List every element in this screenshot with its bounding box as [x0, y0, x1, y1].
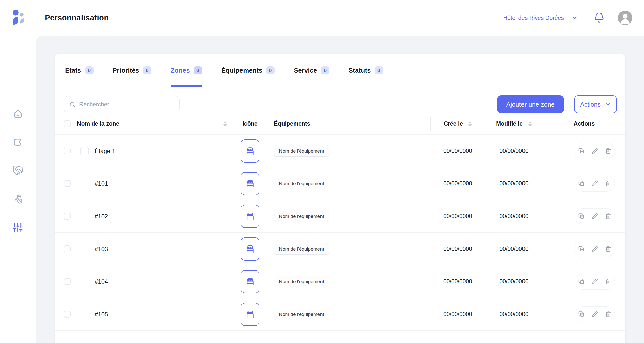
sliders-icon [13, 222, 23, 233]
edit-button[interactable] [588, 209, 601, 224]
tab-label: Statuts [348, 67, 371, 74]
duplicate-button[interactable] [575, 176, 588, 191]
hotel-selector[interactable]: Hôtel des Rives Dorées [503, 14, 578, 21]
column-actions: Actions [574, 120, 595, 127]
tab[interactable]: Statuts 0 [348, 54, 383, 87]
delete-button[interactable] [601, 143, 615, 159]
row-checkbox[interactable] [64, 148, 71, 154]
equipment-chip: Nom de l'équipement [274, 243, 329, 255]
bed-icon [244, 178, 256, 189]
sort-created-button[interactable] [468, 121, 472, 127]
tab[interactable]: Zones 0 [171, 54, 202, 87]
duplicate-button[interactable] [575, 274, 588, 289]
duplicate-button[interactable] [575, 143, 588, 159]
edit-button[interactable] [588, 241, 601, 257]
settings-tabs: Etats 0 Priorités 0 Zones 0 Équipements … [55, 54, 625, 87]
sidebar-item-home[interactable] [12, 109, 23, 119]
column-name: Nom de la zone [77, 120, 119, 127]
delete-button[interactable] [601, 176, 615, 191]
actions-dropdown-label: Actions [580, 101, 601, 108]
sidebar-item-maintenance[interactable] [12, 194, 23, 204]
trash-icon [605, 148, 612, 154]
duplicate-icon [578, 245, 585, 252]
duplicate-button[interactable] [575, 307, 588, 322]
collapse-row-button[interactable] [80, 147, 89, 155]
row-checkbox[interactable] [64, 180, 71, 187]
created-date: 00/00/0000 [443, 311, 472, 318]
duplicate-button[interactable] [575, 209, 588, 224]
row-checkbox[interactable] [64, 245, 71, 252]
tab-count-badge: 0 [143, 66, 151, 74]
delete-button[interactable] [601, 274, 615, 289]
tab-label: Zones [171, 67, 190, 74]
duplicate-button[interactable] [575, 241, 588, 257]
duplicate-icon [578, 148, 585, 154]
column-equipments: Équipements [274, 120, 310, 127]
tab[interactable]: Etats 0 [65, 54, 94, 87]
equipment-chip: Nom de l'équipement [274, 145, 329, 157]
user-avatar[interactable] [618, 11, 632, 25]
trash-icon [605, 278, 612, 285]
modified-date: 00/00/0000 [499, 213, 528, 220]
sidebar-item-personnalisation[interactable] [12, 222, 23, 233]
zone-icon-box [241, 205, 259, 228]
table-row: Étage 1 Nom de l [55, 135, 625, 167]
modified-date: 00/00/0000 [499, 180, 528, 187]
delete-button[interactable] [601, 241, 615, 257]
sidebar-item-partners[interactable] [12, 165, 23, 176]
add-zone-button[interactable]: Ajouter une zone [497, 95, 564, 113]
created-date: 00/00/0000 [443, 148, 472, 154]
zone-name: #103 [95, 245, 108, 253]
bed-icon [244, 145, 256, 157]
content-area: Etats 0 Priorités 0 Zones 0 Équipements … [36, 36, 644, 344]
actions-dropdown-button[interactable]: Actions [574, 95, 617, 113]
bed-icon [244, 211, 256, 222]
tab[interactable]: Équipements 0 [221, 54, 275, 87]
chevron-down-icon [605, 101, 611, 107]
column-icon: Icône [242, 120, 257, 127]
sidebar-item-rooms[interactable] [12, 137, 23, 148]
table-row: #103 Nom de l'éq [55, 233, 625, 265]
tab-label: Service [294, 67, 317, 74]
row-checkbox[interactable] [64, 213, 71, 220]
zone-icon-box [241, 172, 259, 195]
delete-button[interactable] [601, 307, 615, 322]
bell-icon [594, 13, 605, 23]
page-title: Personnalisation [45, 13, 109, 22]
duplicate-icon [578, 213, 585, 220]
notifications-button[interactable] [594, 12, 605, 23]
edit-button[interactable] [588, 176, 601, 191]
select-all-checkbox[interactable] [64, 120, 71, 127]
column-created: Crée le [444, 120, 463, 127]
bottom-edge-strip [0, 343, 644, 344]
bed-icon [244, 243, 256, 255]
edit-button[interactable] [588, 307, 601, 322]
modified-date: 00/00/0000 [499, 245, 528, 252]
row-checkbox[interactable] [64, 278, 71, 285]
row-actions [575, 241, 615, 257]
row-checkbox[interactable] [64, 311, 71, 318]
sort-name-button[interactable] [223, 121, 227, 127]
zone-icon-box [241, 237, 259, 261]
edit-button[interactable] [588, 274, 601, 289]
pencil-icon [591, 213, 598, 220]
tab-count-badge: 0 [321, 66, 329, 74]
modified-date: 00/00/0000 [499, 148, 528, 154]
tab[interactable]: Service 0 [294, 54, 330, 87]
table-row: #102 Nom de l'éq [55, 200, 625, 233]
pencil-icon [591, 180, 598, 187]
table-body: Étage 1 Nom de l [55, 135, 625, 331]
edit-button[interactable] [588, 143, 601, 159]
search-box[interactable] [64, 96, 180, 112]
search-input[interactable] [79, 101, 174, 108]
zones-card: Etats 0 Priorités 0 Zones 0 Équipements … [55, 54, 626, 344]
tab-count-badge: 0 [375, 66, 383, 74]
delete-button[interactable] [601, 209, 615, 224]
duplicate-icon [578, 278, 585, 285]
tab[interactable]: Priorités 0 [113, 54, 152, 87]
created-date: 00/00/0000 [443, 278, 472, 285]
sort-modified-button[interactable] [528, 121, 532, 127]
search-icon [69, 101, 76, 108]
tab-count-badge: 0 [85, 66, 94, 74]
row-actions [575, 176, 615, 192]
